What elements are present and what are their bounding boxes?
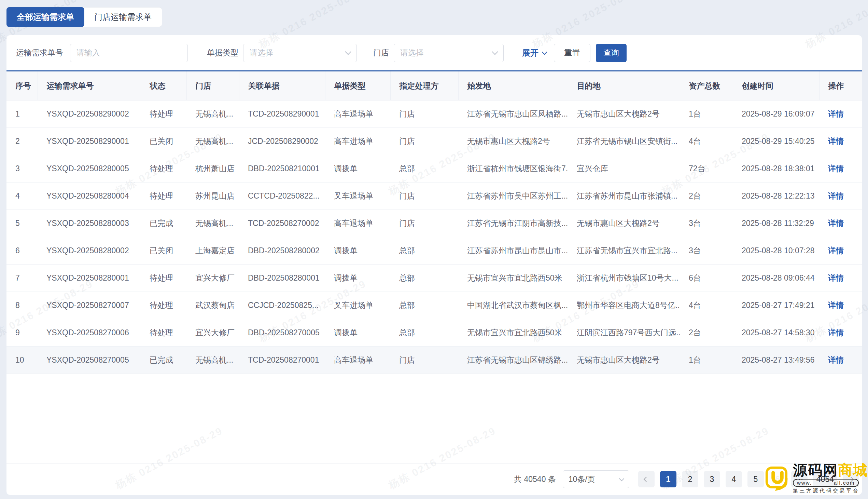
page-button-6[interactable]: 6 [769,471,786,487]
table-cell: 2025-08-28 12:22:13 [733,183,819,210]
table-cell: 1 [7,100,38,128]
table-cell: 无锡高机... [186,100,239,128]
table-cell: 江苏省无锡市惠山区凤栖路... [458,100,568,128]
table-cell: TCD-202508290001 [239,100,325,128]
table-cell: 1台 [680,346,733,374]
table-cell: 浙江省杭州市钱塘区10号大... [568,265,680,292]
page-button-4[interactable]: 4 [726,471,742,487]
table-cell: CCTCD-20250822... [239,183,325,210]
row-detail-link[interactable]: 详情 [828,273,844,282]
table-cell: 上海嘉定店 [186,237,239,265]
row-detail-link[interactable]: 详情 [828,164,844,173]
row-detail-link[interactable]: 详情 [828,301,844,310]
table-row: 4YSXQD-202508280004待处理苏州昆山店CCTCD-2025082… [7,183,862,210]
table-header: 序号运输需求单号状态门店关联单据单据类型指定处理方始发地目的地资产总数创建时间操… [7,71,862,100]
row-detail-link[interactable]: 详情 [828,219,844,228]
page-size-select[interactable]: 10条/页 [563,470,629,488]
column-header-11: 操作 [819,71,862,100]
table-cell: 待处理 [141,319,186,346]
table-cell: JCD-202508290002 [239,128,325,155]
chevron-right-icon [848,476,854,482]
table-cell: 72台 [680,155,733,183]
table-cell: 中国湖北省武汉市蔡甸区枫... [458,292,568,319]
total-count: 共 40540 条 [514,474,556,485]
table-cell: 江苏省苏州市昆山市张浦镇... [568,183,680,210]
page-button-1[interactable]: 1 [660,471,677,487]
column-header-1: 运输需求单号 [38,71,141,100]
table-cell: 总部 [390,237,458,265]
content-card: 运输需求单号 单据类型 请选择 门店 请选择 展开 重置 查询 序号运输需求单号… [7,35,862,495]
orders-table: 序号运输需求单号状态门店关联单据单据类型指定处理方始发地目的地资产总数创建时间操… [7,70,862,374]
prev-page-button[interactable] [638,471,655,487]
table-cell-action: 详情 [819,210,862,237]
table-cell: TCD-202508270002 [239,210,325,237]
table-cell: 7 [7,265,38,292]
table-row: 8YSXQD-202508270007待处理武汉蔡甸店CCJCD-2025082… [7,292,862,319]
table-cell: 无锡市惠山区大槐路2号 [568,346,680,374]
table-row: 9YSXQD-202508270006待处理宜兴大修厂DBD-202508270… [7,319,862,346]
table-cell: YSXQD-202508280004 [38,183,141,210]
table-cell: 6台 [680,265,733,292]
store-select[interactable]: 请选择 [394,44,504,62]
table-cell: 调拨单 [325,237,390,265]
table-cell: 2025-08-27 17:49:21 [733,292,819,319]
table-cell: 叉车进场单 [325,292,390,319]
row-detail-link[interactable]: 详情 [828,355,844,364]
table-cell: 江苏省无锡市锡山区安镇街... [568,128,680,155]
store-placeholder: 请选择 [400,48,424,58]
row-detail-link[interactable]: 详情 [828,109,844,118]
page-button-5[interactable]: 5 [747,471,764,487]
table-cell: 江苏省无锡市宜兴市宜北路... [568,237,680,265]
next-page-button[interactable] [843,471,859,487]
table-cell: 3台 [680,210,733,237]
column-header-6: 指定处理方 [390,71,458,100]
table-cell: 6 [7,237,38,265]
column-header-3: 门店 [186,71,239,100]
tab-all-transport-orders[interactable]: 全部运输需求单 [7,7,84,27]
pagination-bar: 共 40540 条 10条/页 123456···4054 [7,463,862,495]
page-button-4054[interactable]: 4054 [813,471,837,487]
table-cell: 调拨单 [325,319,390,346]
search-button[interactable]: 查询 [596,44,627,62]
table-cell: 4台 [680,128,733,155]
table-cell: 高车退场单 [325,346,390,374]
table-row: 5YSXQD-202508280003已完成无锡高机...TCD-2025082… [7,210,862,237]
row-detail-link[interactable]: 详情 [828,191,844,200]
table-cell-action: 详情 [819,183,862,210]
table-cell: 已关闭 [141,128,186,155]
row-detail-link[interactable]: 详情 [828,328,844,337]
table-cell: 高车进场单 [325,128,390,155]
table-cell: 2025-08-28 09:06:44 [733,265,819,292]
table-cell: 武汉蔡甸店 [186,292,239,319]
table-cell: 4 [7,183,38,210]
table-cell: 调拨单 [325,155,390,183]
table-cell: 门店 [390,346,458,374]
table-cell-action: 详情 [819,155,862,183]
table-cell: 已完成 [141,210,186,237]
page-button-2[interactable]: 2 [682,471,698,487]
table-cell: 待处理 [141,292,186,319]
page-button-3[interactable]: 3 [704,471,720,487]
doc-type-label: 单据类型 [207,48,238,58]
reset-button[interactable]: 重置 [554,44,590,62]
table-cell: 无锡市宜兴市宜北路西50米 [458,319,568,346]
column-header-0: 序号 [7,71,38,100]
more-pages-button[interactable]: ··· [791,471,807,487]
table-cell: 门店 [390,210,458,237]
chevron-down-icon [619,476,625,481]
table-row: 10YSXQD-202508270005已完成无锡高机...TCD-202508… [7,346,862,374]
table-row: 6YSXQD-202508280002已关闭上海嘉定店DBD-202508280… [7,237,862,265]
order-no-input[interactable] [70,44,188,62]
expand-filters-toggle[interactable]: 展开 [522,48,546,59]
table-cell: 总部 [390,155,458,183]
table-cell: 苏州昆山店 [186,183,239,210]
row-detail-link[interactable]: 详情 [828,137,844,146]
table-cell: 待处理 [141,100,186,128]
table-cell: YSXQD-202508280005 [38,155,141,183]
table-cell: YSXQD-202508270005 [38,346,141,374]
doc-type-select[interactable]: 请选择 [243,44,357,62]
tab-store-transport-orders[interactable]: 门店运输需求单 [84,8,162,27]
table-cell: DBD-202508280002 [239,237,325,265]
row-detail-link[interactable]: 详情 [828,246,844,255]
table-cell: 门店 [390,100,458,128]
